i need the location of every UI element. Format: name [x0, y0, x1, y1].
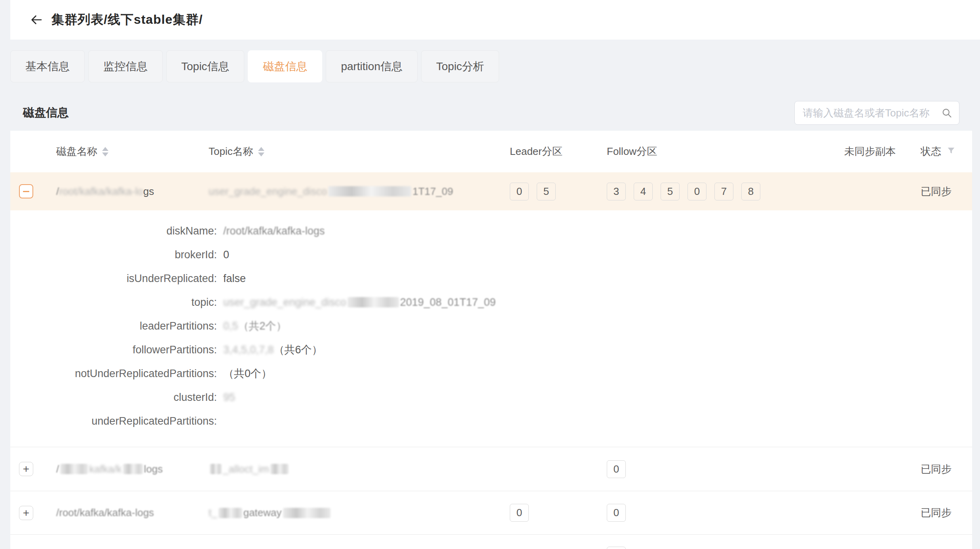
partition-tag: 5: [537, 183, 556, 200]
tab-monitor-info[interactable]: 监控信息: [88, 50, 163, 82]
text-segment: t_: [209, 507, 217, 519]
detail-label: diskName:: [10, 219, 217, 243]
partition-tag: 0: [688, 183, 707, 200]
disk-info-page: 集群列表/线下stable集群/ 基本信息 监控信息 Topic信息 磁盘信息 …: [0, 0, 980, 549]
detail-label: brokerId:: [10, 243, 217, 267]
text-segment: logs: [144, 463, 163, 475]
topic-name-cell: t_gateway: [207, 491, 502, 534]
text-segment: gateway: [243, 507, 282, 519]
text-segment: 0: [223, 249, 229, 261]
status-text: 已同步: [921, 185, 952, 198]
column-disk-name: 磁盘名称: [55, 131, 207, 172]
page-title: 集群列表/线下stable集群/: [51, 11, 203, 29]
expander-column-header: [10, 131, 55, 172]
detail-label: isUnderReplicated:: [10, 267, 217, 290]
detail-label: underReplicatedPartitions:: [10, 409, 217, 433]
text-segment: /: [56, 463, 59, 475]
tab-label: partition信息: [341, 59, 403, 74]
partition-tag: 7: [714, 183, 733, 200]
search-icon[interactable]: [941, 107, 952, 120]
partition-tag: [607, 547, 626, 549]
expand-row-button[interactable]: +: [19, 462, 33, 476]
minus-icon: [23, 191, 29, 192]
detail-value-isunderreplicated: false: [223, 267, 972, 290]
redacted-block: [210, 464, 222, 474]
detail-label: followerPartitions:: [10, 338, 217, 362]
table-row: + /kafka/klogs _alloct_im 0 已同步: [10, 447, 972, 491]
detail-value-leaderpartitions: 0,5（共2个）: [223, 314, 972, 338]
detail-label: leaderPartitions:: [10, 314, 217, 338]
detail-label: clusterId:: [10, 385, 217, 409]
detail-value-underreplicatedpartitions: [223, 409, 972, 433]
table-header-row: 磁盘名称 Topic名称 Leader分区 Follow分区 未同步副本 状态: [10, 131, 972, 172]
column-label: Leader分区: [510, 145, 562, 158]
tab-topic-info[interactable]: Topic信息: [166, 50, 244, 82]
follow-partitions-cell: 0: [599, 491, 822, 534]
column-label: 未同步副本: [844, 145, 896, 158]
text-segment: 2019_08_01T17_09: [400, 296, 496, 309]
redacted-block: [283, 508, 330, 518]
tab-basic-info[interactable]: 基本信息: [10, 50, 85, 82]
redacted-block: [348, 297, 399, 307]
column-topic-name: Topic名称: [207, 131, 502, 172]
column-unsynced-replicas: 未同步副本: [822, 131, 917, 172]
sort-icon[interactable]: [102, 147, 108, 156]
tab-bar: 基本信息 监控信息 Topic信息 磁盘信息 partition信息 Topic…: [10, 50, 499, 82]
partition-tag: 5: [661, 183, 680, 200]
tab-partition-info[interactable]: partition信息: [326, 50, 418, 82]
topic-name-cell: user_grade_engine_disco1T17_09: [207, 172, 502, 210]
detail-value-brokerid: 0: [223, 243, 972, 267]
column-status: 状态: [917, 131, 972, 172]
redacted-block: [218, 508, 242, 518]
status-text: 已同步: [921, 506, 952, 520]
detail-value-clusterid: 95: [223, 385, 972, 409]
partition-tag: 8: [741, 183, 760, 200]
unsynced-replicas-cell: [822, 447, 917, 491]
redacted-block: [270, 464, 289, 474]
search-box: [794, 101, 959, 125]
table-row: /root/kafka/kafka-logs user_grade_engine…: [10, 172, 972, 210]
text-segment: （共6个）: [274, 343, 323, 357]
text-segment: false: [223, 273, 246, 285]
text-segment: /root/kafka/kafka-logs: [223, 225, 325, 237]
text-segment: kafka/k: [89, 463, 122, 475]
text-segment: 1T17_09: [412, 185, 453, 198]
text-segment: gs: [143, 185, 154, 198]
filter-icon[interactable]: [947, 145, 955, 158]
tab-label: 基本信息: [25, 59, 70, 74]
partition-tag: 0: [510, 504, 529, 522]
expand-row-button[interactable]: +: [19, 506, 33, 520]
partition-tag: 0: [510, 183, 529, 200]
follow-partitions-cell: [599, 547, 822, 549]
detail-value-diskname: /root/kafka/kafka-logs: [223, 219, 972, 243]
partition-tag: 0: [607, 460, 626, 478]
tab-topic-analysis[interactable]: Topic分析: [421, 50, 499, 82]
tab-label: Topic分析: [436, 59, 484, 74]
section-title: 磁盘信息: [10, 105, 69, 121]
search-input[interactable]: [794, 101, 959, 125]
detail-value-followerpartitions: 3,4,5,0,7,8（共6个）: [223, 338, 972, 362]
disk-table: 磁盘名称 Topic名称 Leader分区 Follow分区 未同步副本 状态: [10, 131, 972, 549]
back-button[interactable]: [28, 11, 45, 29]
detail-value-topic: user_grade_engine_disco2019_08_01T17_09: [223, 290, 972, 314]
text-segment: user_grade_engine_disco: [223, 296, 346, 309]
collapse-row-button[interactable]: [19, 184, 33, 198]
tab-disk-info[interactable]: 磁盘信息: [248, 50, 322, 82]
detail-label: notUnderReplicatedPartitions:: [10, 362, 217, 385]
column-label: Topic名称: [209, 145, 253, 158]
text-segment: _alloct_im: [223, 463, 269, 475]
text-segment: /root/kafka/kafka-logs: [56, 507, 154, 519]
sort-icon[interactable]: [258, 147, 264, 156]
redacted-block: [60, 464, 88, 474]
text-segment: 0,5: [223, 320, 238, 332]
follow-partitions-cell: 345078: [599, 172, 822, 210]
partition-tag: 0: [607, 504, 626, 522]
tab-label: Topic信息: [181, 59, 229, 74]
section-header: 磁盘信息: [10, 95, 972, 131]
redacted-block: [328, 186, 411, 196]
column-label: 磁盘名称: [56, 145, 97, 158]
table-row-partial: [10, 534, 972, 549]
disk-name-cell: /kafka/klogs: [55, 447, 207, 491]
text-segment: root/kafka/kafka-lo: [59, 185, 143, 198]
follow-partitions-cell: 0: [599, 447, 822, 491]
